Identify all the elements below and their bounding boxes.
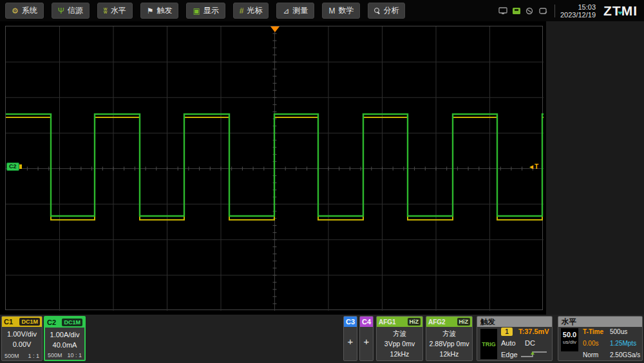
channel2-label: C2: [47, 319, 56, 326]
afg1-panel[interactable]: AFG1 HiZ 方波 3Vpp 0mv 12kHz: [376, 316, 423, 361]
trigger-button[interactable]: ⚑ 触发: [140, 3, 179, 19]
menu-buttons: ⚙ 系统 Ψ 信源 ʬ 水平 ⚑ 触发 ▣ 显示 # 光标 ⊿ 测量 M 数学: [5, 3, 405, 19]
afg2-body: 方波 2.88Vpp 0mv 12kHz: [426, 327, 472, 359]
toolbar-right: 15:03 2023/12/19 ZTMI: [498, 0, 644, 21]
trigger-position-marker[interactable]: [270, 26, 279, 32]
display-button-label: 显示: [204, 5, 219, 16]
horizontal-button[interactable]: ʬ 水平: [97, 3, 133, 19]
channel2-offset: 40.0mA: [45, 340, 84, 350]
channel1-bandwidth: 500M: [5, 353, 19, 359]
trigger-level-value[interactable]: T:37.5mV: [518, 328, 549, 335]
date-text: 2023/12/19: [560, 11, 596, 19]
touch-icon[interactable]: [539, 7, 548, 15]
channel3-header: C3: [344, 317, 357, 327]
horizontal-delay[interactable]: 0.00s: [583, 340, 598, 347]
source-button-label: 信源: [68, 5, 83, 16]
horizontal-button-label: 水平: [111, 5, 126, 16]
afg2-label: AFG2: [428, 319, 446, 326]
channel3-panel[interactable]: C3 +: [343, 316, 357, 361]
trigger-type[interactable]: Edge: [501, 351, 518, 358]
trigger-panel-title: 触发: [477, 317, 552, 327]
channel3-label: C3: [346, 318, 355, 326]
time-text: 15:03: [560, 3, 596, 11]
cursor-button-label: 光标: [247, 5, 262, 16]
usb-storage-icon[interactable]: [512, 7, 521, 15]
timebase-scale: 50.0: [561, 328, 578, 339]
channel2-probe: 10 : 1: [67, 352, 82, 358]
network-icon[interactable]: [526, 7, 535, 15]
channel1-label: C1: [4, 318, 13, 326]
channel1-probe: 1 : 1: [28, 353, 39, 359]
system-button-label: 系统: [22, 5, 37, 16]
gear-icon: ⚙: [12, 7, 19, 15]
acquisition-mode[interactable]: Norm: [583, 351, 598, 358]
channel2-header: C2 DC1M: [45, 317, 84, 328]
magnifier-icon: [374, 8, 380, 14]
afg2-panel[interactable]: AFG2 HiZ 方波 2.88Vpp 0mv 12kHz: [426, 316, 473, 361]
channel2-body: 1.00A/div 40.0mA: [45, 328, 84, 350]
channel2-scale: 1.00A/div: [45, 329, 84, 340]
rising-edge-icon: [520, 350, 548, 358]
channel1-footer: 500M 1 : 1: [5, 353, 39, 359]
clock: 15:03 2023/12/19: [560, 3, 596, 19]
channel1-scale: 1.00V/div: [2, 329, 42, 339]
bottom-status-bar: C1 DC1M 1.00V/div 0.00V 500M 1 : 1 C2 DC…: [0, 315, 644, 363]
channel4-add-button[interactable]: +: [360, 327, 373, 347]
channel1-coupling-badge: DC1M: [19, 318, 40, 326]
cursor-button[interactable]: # 光标: [233, 3, 269, 19]
channel2-coupling-badge: DC1M: [62, 319, 82, 326]
c1-offset-marker[interactable]: [19, 164, 22, 169]
trigger-level-marker[interactable]: ◄T: [528, 163, 538, 170]
analyze-button[interactable]: 分析: [368, 3, 405, 19]
display-grid-icon: ▣: [193, 7, 200, 15]
channel3-add-button[interactable]: +: [344, 327, 357, 347]
status-icons: [498, 7, 548, 15]
triangle-ruler-icon: ⊿: [283, 7, 289, 15]
channel4-panel[interactable]: C4 +: [359, 316, 374, 361]
measure-button[interactable]: ⊿ 测量: [276, 3, 314, 19]
channel1-header: C1 DC1M: [2, 317, 42, 327]
system-button[interactable]: ⚙ 系统: [5, 3, 44, 19]
logo-accent-triangle: [618, 12, 623, 15]
afg1-amplitude: 3Vpp 0mv: [377, 338, 422, 349]
timebase-display[interactable]: 50.0 us/div: [561, 328, 578, 351]
channel1-body: 1.00V/div 0.00V: [2, 327, 42, 349]
waveform-plot: C2 ◄T: [5, 26, 543, 310]
trigger-status-display: TRIG: [480, 329, 497, 359]
afg1-label: AFG1: [379, 319, 396, 326]
channel4-header: C4: [360, 317, 373, 327]
afg2-waveform-type: 方波: [426, 328, 472, 338]
pulse-wave-icon: ʬ: [104, 7, 108, 15]
afg1-body: 方波 3Vpp 0mv 12kHz: [377, 327, 422, 359]
source-button[interactable]: Ψ 信源: [52, 3, 90, 19]
top-toolbar: ⚙ 系统 Ψ 信源 ʬ 水平 ⚑ 触发 ▣ 显示 # 光标 ⊿ 测量 M 数学: [0, 0, 644, 21]
antenna-icon: Ψ: [58, 7, 64, 15]
display-status-icon[interactable]: [498, 7, 507, 15]
scope-screen: C2 ◄T: [0, 21, 644, 315]
afg2-impedance-badge: HiZ: [457, 318, 471, 326]
channel2-bandwidth: 500M: [48, 352, 62, 358]
afg1-frequency: 12kHz: [377, 349, 422, 359]
horizontal-panel[interactable]: 水平 50.0 us/div T-Time 500us 0.00s 1.25Mp…: [558, 316, 643, 361]
channel1-offset: 0.00V: [2, 339, 42, 349]
display-button[interactable]: ▣ 显示: [186, 3, 225, 19]
channel1-panel[interactable]: C1 DC1M 1.00V/div 0.00V 500M 1 : 1: [1, 316, 43, 361]
math-m-icon: M: [328, 7, 335, 15]
horizontal-panel-title: 水平: [558, 317, 642, 327]
trigger-button-label: 触发: [156, 5, 172, 16]
trigger-source-badge[interactable]: 1: [501, 328, 513, 336]
trigger-coupling[interactable]: DC: [525, 339, 535, 347]
math-button[interactable]: M 数学: [322, 3, 360, 19]
flag-icon: ⚑: [147, 7, 154, 15]
c2-offset-marker[interactable]: C2: [6, 162, 19, 171]
afg1-impedance-badge: HiZ: [408, 318, 421, 326]
channel4-label: C4: [362, 318, 371, 326]
trigger-sweep-mode[interactable]: Auto: [501, 339, 516, 347]
t-time-value: 500us: [610, 328, 627, 335]
channel2-panel[interactable]: C2 DC1M 1.00A/div 40.0mA 500M 10 : 1: [44, 316, 86, 361]
cursor-hash-icon: #: [240, 7, 244, 15]
trigger-panel[interactable]: 触发 TRIG 1 T:37.5mV Auto DC Edge: [477, 316, 553, 361]
analyze-button-label: 分析: [383, 5, 399, 16]
afg2-header: AFG2 HiZ: [426, 317, 472, 327]
brand-logo: ZTMI: [603, 3, 638, 19]
